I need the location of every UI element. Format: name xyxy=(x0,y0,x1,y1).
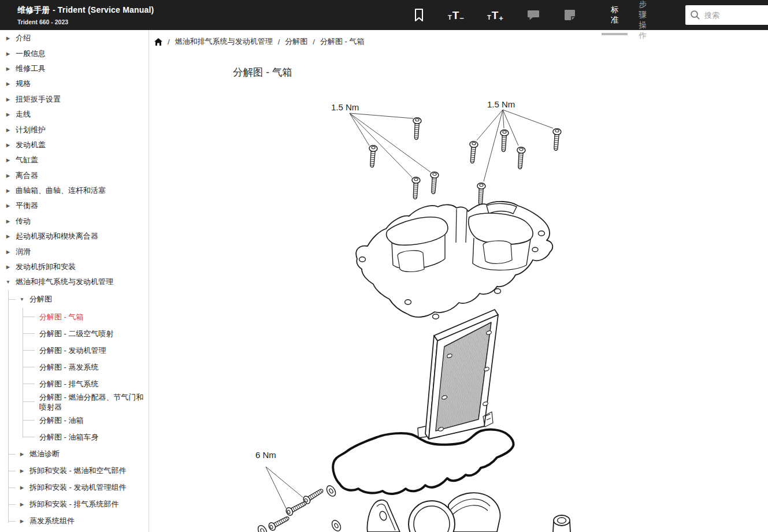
search-input[interactable] xyxy=(704,11,768,20)
sidebar-item[interactable]: ▶介绍 xyxy=(0,31,149,46)
chevron-right-icon: ▶ xyxy=(5,157,11,163)
chevron-right-icon: ▶ xyxy=(5,35,11,41)
bookmark-button[interactable] xyxy=(413,8,425,22)
sidebar-item[interactable]: ▶计划维护 xyxy=(0,122,149,137)
tab-standard[interactable]: 标准 xyxy=(610,2,620,28)
sidebar-item-label: 发动机盖 xyxy=(16,140,46,150)
sidebar-item[interactable]: ▶拆卸和安装 - 排气系统部件 xyxy=(9,496,149,513)
sidebar-item[interactable]: 分解图 - 二级空气喷射 xyxy=(23,325,149,342)
sidebar-item-label: 扭矩扳手设置 xyxy=(16,94,61,105)
sidebar-item[interactable]: ▶平衡器 xyxy=(0,198,149,213)
sidebar-item-label: 平衡器 xyxy=(16,200,38,211)
header: 维修手册 - Trident (Service Manual) Trident … xyxy=(0,0,768,30)
intake-trumpet xyxy=(409,493,500,532)
chevron-right-icon: ▶ xyxy=(5,264,11,270)
sidebar-item-label: 拆卸和安装 - 发动机管理组件 xyxy=(29,482,127,493)
sidebar-item[interactable]: ▶发动机盖 xyxy=(0,137,149,152)
sidebar-item-label: 分解图 - 燃油分配器、节气门和喷射器 xyxy=(39,392,146,412)
air-filter xyxy=(418,310,498,439)
rubber-tube xyxy=(553,515,570,532)
chevron-down-icon: ▼ xyxy=(5,279,11,285)
sidebar-item[interactable]: ▶拆卸和安装 - 燃油和空气部件 xyxy=(9,463,149,479)
sidebar-item[interactable]: 分解图 - 排气系统 xyxy=(23,375,149,392)
header-actions: TT− TT+ 标准按步骤操作 xyxy=(413,0,768,43)
font-decrease-button[interactable]: TT− xyxy=(448,10,464,21)
app-subtitle: Trident 660 - 2023 xyxy=(17,18,266,25)
sidebar-item[interactable]: ▶走线 xyxy=(0,107,149,122)
sidebar-item[interactable]: ▶起动机驱动和楔块离合器 xyxy=(0,229,149,244)
sidebar-item-label: 分解图 - 发动机管理 xyxy=(39,345,106,355)
header-titles: 维修手册 - Trident (Service Manual) Trident … xyxy=(0,5,266,25)
screws-group xyxy=(368,117,562,204)
sidebar-item-label: 润滑 xyxy=(16,247,31,257)
chevron-right-icon: ▶ xyxy=(5,81,11,87)
sidebar-item-label: 分解图 - 二级空气喷射 xyxy=(39,329,114,338)
home-icon[interactable] xyxy=(154,38,162,46)
sidebar-item-label: 传动 xyxy=(16,216,31,226)
search-icon xyxy=(690,10,700,20)
sidebar-item[interactable]: ▶燃油诊断 xyxy=(9,446,149,463)
sidebar-item[interactable]: ▶发动机拆卸和安装 xyxy=(0,259,149,274)
sidebar-item-selected[interactable]: 分解图 - 气箱 xyxy=(23,308,149,325)
sidebar-item[interactable]: ▶曲轴箱、曲轴、连杆和活塞 xyxy=(0,183,149,198)
chevron-right-icon: ▶ xyxy=(5,218,11,224)
torque-label: 6 Nm xyxy=(255,450,276,460)
sidebar-item[interactable]: ▼燃油和排气系统与发动机管理 xyxy=(0,274,149,289)
sidebar-item[interactable]: ▶拆卸和安装 - 发动机管理组件 xyxy=(9,479,149,496)
chevron-right-icon: ▶ xyxy=(19,485,25,490)
breadcrumb-separator: / xyxy=(168,38,170,46)
breadcrumb-separator: / xyxy=(278,38,280,46)
sidebar-item-label: 一般信息 xyxy=(16,49,46,59)
sidebar-item-label: 走线 xyxy=(16,109,31,120)
sidebar-item-label: 离合器 xyxy=(16,170,38,181)
sidebar-item[interactable]: ▶扭矩扳手设置 xyxy=(0,92,149,107)
sidebar-item[interactable]: ▼分解图 xyxy=(9,291,149,308)
font-increase-button[interactable]: TT+ xyxy=(487,10,503,21)
gasket xyxy=(333,430,513,494)
comment-button[interactable] xyxy=(526,8,540,22)
sidebar-item[interactable]: 分解图 - 油箱 xyxy=(23,412,149,429)
sidebar-item-label: 分解图 - 油箱 xyxy=(39,415,84,425)
chevron-right-icon: ▶ xyxy=(5,249,11,255)
breadcrumb-item[interactable]: 分解图 xyxy=(285,36,307,47)
sidebar-item-label: 分解图 - 蒸发系统 xyxy=(39,362,99,372)
sidebar-item-label: 曲轴箱、曲轴、连杆和活塞 xyxy=(16,185,106,196)
bookmark-icon xyxy=(413,8,425,22)
chevron-down-icon: ▼ xyxy=(19,296,25,302)
sidebar-item[interactable]: 分解图 - 燃油分配器、节气门和喷射器 xyxy=(23,392,149,412)
page-title: 分解图 - 气箱 xyxy=(233,65,292,79)
search-box[interactable] xyxy=(685,5,768,25)
chevron-right-icon: ▶ xyxy=(5,96,11,102)
sidebar-item[interactable]: ▶一般信息 xyxy=(0,46,149,61)
sidebar-item-label: 分解图 - 油箱车身 xyxy=(39,432,99,442)
sidebar-group: 分解图 - 气箱分解图 - 二级空气喷射分解图 - 发动机管理分解图 - 蒸发系… xyxy=(23,308,149,446)
chevron-right-icon: ▶ xyxy=(5,66,11,72)
content: /燃油和排气系统与发动机管理/分解图/分解图 - 气箱 分解图 - 气箱 1.5 xyxy=(149,30,768,532)
sidebar-item[interactable]: ▶传动 xyxy=(0,214,149,229)
chevron-right-icon: ▶ xyxy=(5,51,11,57)
chevron-right-icon: ▶ xyxy=(5,188,11,194)
sidebar-group: ▼分解图分解图 - 气箱分解图 - 二级空气喷射分解图 - 发动机管理分解图 -… xyxy=(8,290,149,531)
breadcrumb: /燃油和排气系统与发动机管理/分解图/分解图 - 气箱 xyxy=(154,36,364,47)
exploded-diagram: 1.5 Nm 1.5 Nm 6 Nm xyxy=(254,92,578,532)
sidebar-item[interactable]: ▶气缸盖 xyxy=(0,152,149,168)
sidebar-item[interactable]: ▶离合器 xyxy=(0,168,149,183)
note-button[interactable] xyxy=(563,8,576,22)
sidebar-item-label: 分解图 - 气箱 xyxy=(39,312,84,322)
app-root: 维修手册 - Trident (Service Manual) Trident … xyxy=(0,0,768,532)
chevron-right-icon: ▶ xyxy=(5,233,11,239)
sidebar-item[interactable]: ▶维修工具 xyxy=(0,61,149,76)
sidebar-item-label: 规格 xyxy=(16,79,31,89)
sidebar-item[interactable]: 分解图 - 发动机管理 xyxy=(23,342,149,359)
bottom-screws xyxy=(257,484,343,532)
breadcrumb-item[interactable]: 燃油和排气系统与发动机管理 xyxy=(175,36,273,47)
tab-step-by-step[interactable]: 按步骤操作 xyxy=(635,0,651,43)
sidebar-item[interactable]: ▶蒸发系统组件 xyxy=(9,513,149,530)
sidebar-item[interactable]: 分解图 - 蒸发系统 xyxy=(23,359,149,375)
sidebar-item[interactable]: 分解图 - 油箱车身 xyxy=(23,429,149,445)
sidebar-item[interactable]: ▶规格 xyxy=(0,76,149,91)
sidebar-item-label: 拆卸和安装 - 燃油和空气部件 xyxy=(29,466,127,476)
sidebar-item[interactable]: ▶润滑 xyxy=(0,244,149,259)
torque-label: 1.5 Nm xyxy=(487,99,515,109)
bracket xyxy=(368,500,400,532)
